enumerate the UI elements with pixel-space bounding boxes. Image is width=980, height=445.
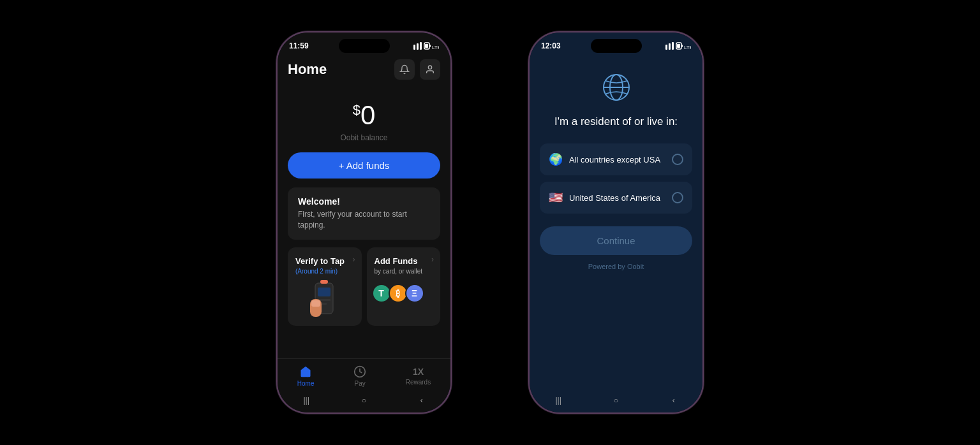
verify-card-arrow: ›	[353, 255, 355, 264]
svg-text:LTE: LTE	[684, 45, 691, 50]
usa-flag: 🇺🇸	[549, 191, 563, 205]
verify-illustration	[295, 280, 354, 318]
system-bar-left: ||| ○ ‹	[278, 391, 450, 412]
verify-card[interactable]: Verify to Tap › (Around 2 min)	[288, 247, 362, 326]
balance-section: $0 Oobit balance	[278, 85, 450, 152]
action-cards: Verify to Tap › (Around 2 min)	[288, 247, 440, 326]
all-countries-radio[interactable]	[672, 154, 683, 165]
nav-home-label: Home	[297, 380, 315, 387]
verify-card-time: (Around 2 min)	[295, 268, 354, 275]
sys-back-right[interactable]: |||	[553, 395, 564, 406]
nav-home[interactable]: Home	[297, 365, 315, 387]
all-countries-label: All countries except USA	[569, 155, 660, 164]
notification-button[interactable]	[394, 59, 415, 80]
welcome-card: Welcome! First, verify your account to s…	[288, 187, 440, 240]
svg-rect-12	[320, 280, 328, 284]
option-list: 🌍 All countries except USA 🇺🇸 United Sta…	[540, 143, 692, 214]
sys-home-right[interactable]: ○	[610, 395, 621, 406]
profile-button[interactable]	[420, 59, 440, 80]
globe-icon	[598, 69, 634, 105]
sys-recents-right[interactable]: ‹	[668, 395, 679, 406]
bottom-nav: Home Pay 1X Rewards	[278, 358, 450, 391]
svg-point-7	[428, 66, 431, 69]
svg-rect-4	[425, 44, 428, 48]
svg-rect-21	[681, 45, 683, 47]
svg-text:LTE: LTE	[432, 45, 439, 50]
dynamic-island-right	[591, 39, 642, 53]
add-funds-card-arrow: ›	[431, 255, 434, 264]
option-usa[interactable]: 🇺🇸 United States of America	[540, 182, 692, 214]
usa-radio[interactable]	[672, 192, 683, 203]
option-all-countries-left: 🌍 All countries except USA	[549, 152, 660, 166]
signal-icons: LTE	[413, 42, 439, 50]
nav-pay-label: Pay	[354, 380, 365, 387]
phone-left: 11:59 LTE Home	[276, 31, 452, 414]
welcome-text: First, verify your account to start tapp…	[298, 209, 430, 231]
eth-icon: Ξ	[405, 284, 424, 303]
all-countries-flag: 🌍	[549, 152, 563, 166]
option-usa-left: 🇺🇸 United States of America	[549, 191, 660, 205]
svg-rect-2	[420, 42, 422, 50]
add-funds-card[interactable]: Add Funds › by card, or wallet T ₿ Ξ	[367, 247, 441, 326]
option-all-countries[interactable]: 🌍 All countries except USA	[540, 143, 692, 175]
nav-pay[interactable]: Pay	[353, 365, 366, 387]
signal-icons-right: LTE	[665, 42, 691, 50]
home-title: Home	[288, 61, 327, 78]
svg-rect-5	[429, 45, 431, 47]
status-icons-right: LTE	[665, 42, 691, 50]
svg-rect-0	[413, 45, 415, 50]
verify-card-title: Verify to Tap	[295, 256, 345, 266]
svg-rect-18	[672, 42, 674, 50]
add-funds-button[interactable]: + Add funds	[288, 152, 440, 179]
status-icons-left: LTE	[413, 42, 439, 50]
status-time-left: 11:59	[289, 41, 309, 50]
nav-rewards[interactable]: 1X Rewards	[406, 367, 431, 386]
system-bar-right: ||| ○ ‹	[530, 391, 702, 412]
usa-label: United States of America	[569, 193, 660, 203]
svg-rect-14	[311, 300, 320, 307]
sys-home-left[interactable]: ○	[358, 395, 369, 406]
svg-rect-20	[677, 44, 680, 48]
svg-rect-1	[417, 43, 419, 50]
resident-title: I'm a resident of or live in:	[554, 115, 678, 128]
add-funds-card-title: Add Funds	[375, 256, 418, 266]
svg-rect-17	[669, 43, 671, 50]
sys-recents-left[interactable]: ‹	[416, 395, 427, 406]
home-screen: 11:59 LTE Home	[278, 33, 450, 412]
home-header-icons	[394, 59, 440, 80]
status-time-right: 12:03	[541, 41, 561, 50]
svg-rect-9	[318, 288, 330, 296]
rewards-value: 1X	[413, 367, 424, 377]
svg-rect-16	[665, 45, 667, 50]
resident-content: I'm a resident of or live in: 🌍 All coun…	[530, 57, 702, 391]
dynamic-island-left	[339, 39, 390, 53]
powered-by: Powered by Oobit	[588, 263, 644, 270]
welcome-title: Welcome!	[298, 196, 430, 207]
balance-amount: $0	[278, 100, 450, 131]
balance-label: Oobit balance	[278, 133, 450, 142]
phone-right: 12:03 LTE	[528, 31, 704, 414]
currency-symbol: $	[353, 102, 360, 118]
continue-button[interactable]: Continue	[540, 226, 692, 255]
sys-back-left[interactable]: |||	[301, 395, 312, 406]
home-header: Home	[278, 57, 450, 85]
resident-screen: 12:03 LTE	[530, 33, 702, 412]
nav-rewards-label: Rewards	[406, 379, 431, 386]
crypto-icons: T ₿ Ξ	[375, 284, 433, 303]
add-funds-card-sub: by card, or wallet	[375, 268, 433, 275]
